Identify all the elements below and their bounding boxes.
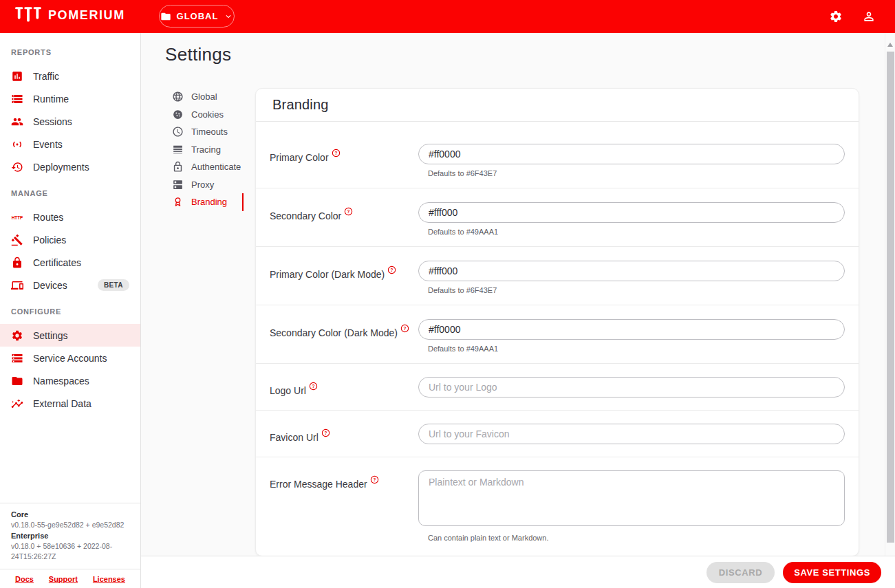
docs-link[interactable]: Docs <box>15 575 34 583</box>
error-message-header-input[interactable] <box>418 470 845 526</box>
licenses-link[interactable]: Licenses <box>93 575 125 583</box>
svg-text:?: ? <box>334 151 337 155</box>
sidebar-item-service-accounts[interactable]: Service Accounts <box>0 347 140 369</box>
card-title: Branding <box>272 97 329 113</box>
logo-url-input[interactable] <box>418 377 845 398</box>
sidebar-footer: Core v0.18.0-55-ge9e52d82 + e9e52d82 Ent… <box>0 503 140 588</box>
help-icon[interactable]: ? <box>400 324 409 333</box>
error-message-header-helper-text: Can contain plain text or Markdown. <box>428 534 845 542</box>
sidebar-item-routes[interactable]: HTTPRoutes <box>0 206 140 228</box>
save-settings-button[interactable]: SAVE SETTINGS <box>783 562 881 583</box>
branding-card: Branding Primary Color?Defaults to #6F43… <box>255 88 859 556</box>
sidebar-item-policies[interactable]: Policies <box>0 228 140 251</box>
discard-button[interactable]: DISCARD <box>707 562 775 583</box>
tracing-icon <box>172 144 184 155</box>
help-icon[interactable]: ? <box>344 207 353 216</box>
help-icon[interactable]: ? <box>309 382 318 391</box>
sidebar-item-external-data[interactable]: External Data <box>0 392 140 415</box>
core-version-label: Core <box>11 510 129 519</box>
svg-text:?: ? <box>391 268 393 272</box>
enterprise-version-label: Enterprise <box>11 532 129 540</box>
field-label-col: Favicon Url? <box>270 424 418 457</box>
nav-section-manage: MANAGEHTTPRoutesPoliciesCertificatesDevi… <box>0 189 140 296</box>
svg-text:?: ? <box>324 431 327 435</box>
sidebar-item-label: Certificates <box>33 257 81 268</box>
help-icon[interactable]: ? <box>332 149 341 157</box>
tab-timeouts[interactable]: Timeouts <box>172 123 242 141</box>
settings-subnav: GlobalCookiesTimeoutsTracingAuthenticate… <box>172 88 242 211</box>
support-link[interactable]: Support <box>49 575 78 583</box>
tab-cookies[interactable]: Cookies <box>172 106 242 124</box>
branding-icon <box>172 196 184 208</box>
help-icon[interactable]: ? <box>321 428 330 437</box>
tab-label: Tracing <box>191 144 221 155</box>
sidebar-item-runtime[interactable]: Runtime <box>0 87 140 110</box>
sidebar-item-label: Sessions <box>33 116 72 127</box>
primary-color-input[interactable] <box>418 144 845 164</box>
sidebar-item-label: Namespaces <box>33 375 89 386</box>
field-label-col: Primary Color? <box>270 144 418 188</box>
sidebar-item-sessions[interactable]: Sessions <box>0 110 140 133</box>
primary-color-helper-text: Defaults to #6F43E7 <box>428 169 845 177</box>
section-label: CONFIGURE <box>0 307 140 316</box>
sidebar-item-traffic[interactable]: Traffic <box>0 65 140 87</box>
sidebar-item-devices[interactable]: DevicesBETA <box>0 274 140 296</box>
pomerium-logo-icon <box>15 7 41 24</box>
secondary-color-dark-mode-input[interactable] <box>418 319 845 340</box>
global-icon <box>172 91 184 102</box>
tab-branding[interactable]: Branding <box>172 193 242 211</box>
secondary-color-input[interactable] <box>418 202 845 223</box>
svg-text:?: ? <box>312 384 314 389</box>
tab-proxy[interactable]: Proxy <box>172 176 242 194</box>
favicon-url-input[interactable] <box>418 424 845 444</box>
devices-icon <box>11 279 23 292</box>
namespace-selector[interactable]: GLOBAL <box>159 5 235 28</box>
primary-color-label: Primary Color <box>270 152 329 163</box>
sidebar-item-deployments[interactable]: Deployments <box>0 155 140 178</box>
certificates-icon <box>11 257 23 269</box>
form-row-primary-color: Primary Color?Defaults to #6F43E7 <box>256 122 859 188</box>
gear-icon[interactable] <box>829 10 843 23</box>
person-icon[interactable] <box>862 10 876 23</box>
tab-authenticate[interactable]: Authenticate <box>172 158 242 176</box>
chevron-down-icon <box>224 12 233 21</box>
scrollbar-thumb[interactable] <box>887 52 894 543</box>
form-row-primary-color-dark-mode: Primary Color (Dark Mode)?Defaults to #6… <box>256 247 859 305</box>
settings-icon <box>11 329 23 342</box>
tab-label: Branding <box>191 197 227 207</box>
tab-tracing[interactable]: Tracing <box>172 141 242 159</box>
secondary-color-dark-mode-label: Secondary Color (Dark Mode) <box>270 327 398 338</box>
sessions-icon <box>11 116 23 128</box>
core-version-value: v0.18.0-55-ge9e52d82 + e9e52d82 <box>11 520 129 530</box>
sidebar-item-certificates[interactable]: Certificates <box>0 251 140 274</box>
timeouts-icon <box>172 126 184 138</box>
footer-links: Docs Support Licenses <box>0 569 140 588</box>
form-row-logo-url: Logo Url? <box>256 364 859 411</box>
svg-text:HTTP: HTTP <box>12 215 23 219</box>
scrollbar[interactable] <box>885 33 895 556</box>
pomerium-logo[interactable]: POMERIUM <box>15 7 125 24</box>
sidebar-item-namespaces[interactable]: Namespaces <box>0 369 140 392</box>
sidebar-item-settings[interactable]: Settings <box>0 324 140 347</box>
app-header: POMERIUM GLOBAL <box>0 0 895 33</box>
favicon-url-label: Favicon Url <box>270 432 319 443</box>
logo-url-label: Logo Url <box>270 385 306 396</box>
tab-label: Cookies <box>191 109 224 120</box>
secondary-color-helper-text: Defaults to #49AAA1 <box>428 228 845 236</box>
sidebar-item-label: Devices <box>33 280 67 291</box>
sidebar-item-events[interactable]: Events <box>0 133 140 155</box>
svg-text:?: ? <box>403 326 406 331</box>
scrollbar-up-arrow[interactable] <box>887 43 893 47</box>
proxy-icon <box>172 179 184 190</box>
primary-color-dark-mode-input[interactable] <box>418 261 845 281</box>
field-label-col: Error Message Header? <box>270 470 418 556</box>
sidebar-item-label: Events <box>33 139 63 150</box>
help-icon[interactable]: ? <box>370 475 379 484</box>
field-label-col: Primary Color (Dark Mode)? <box>270 261 418 305</box>
sidebar-item-label: Service Accounts <box>33 353 107 364</box>
version-info: Core v0.18.0-55-ge9e52d82 + e9e52d82 Ent… <box>0 503 140 569</box>
tab-global[interactable]: Global <box>172 88 242 106</box>
help-icon[interactable]: ? <box>387 265 396 274</box>
sidebar-item-label: Settings <box>33 330 68 341</box>
enterprise-version-value: v0.18.0 + 58e10636 + 2022-08-24T15:26:27… <box>11 541 129 562</box>
